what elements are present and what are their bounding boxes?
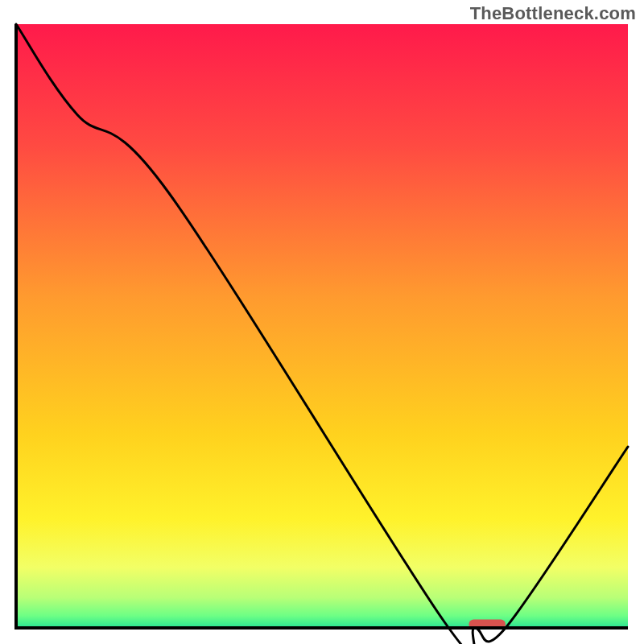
plot-background	[16, 24, 628, 628]
bottleneck-chart	[0, 0, 644, 644]
chart-container: TheBottleneck.com	[0, 0, 644, 644]
watermark-text: TheBottleneck.com	[470, 3, 636, 24]
